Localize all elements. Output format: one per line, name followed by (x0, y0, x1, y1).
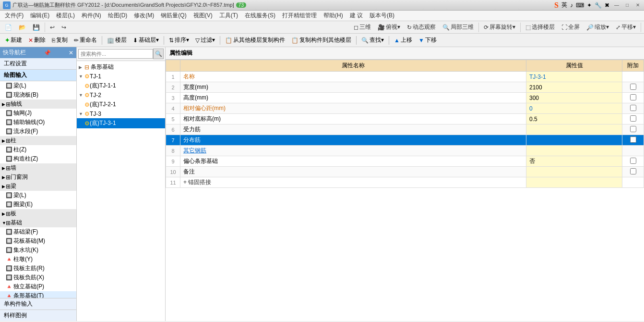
copy-from-btn[interactable]: 📋 从其他楼层复制构件 (222, 35, 288, 46)
new-file-btn[interactable]: 📄 (2, 23, 15, 32)
tree-item-tj2[interactable]: ▼ ⚙ TJ-2 (77, 91, 165, 99)
sidebar-item-strip-t[interactable]: 🔺 条形基础(T) (0, 291, 76, 298)
attach-checkbox[interactable] (630, 84, 636, 90)
redo-btn[interactable]: ↪ (59, 23, 69, 32)
sidebar-item-grid-j[interactable]: 🔲 轴网(J) (0, 109, 76, 118)
prop-attach[interactable] (622, 103, 644, 114)
screen-rotate-btn[interactable]: ⟳ 屏幕旋转▾ (481, 22, 518, 33)
prop-attach[interactable] (622, 93, 644, 103)
sidebar-item-axis[interactable]: ▶ ⊞ 轴线 (0, 99, 76, 109)
prop-value[interactable]: 否 (526, 156, 622, 167)
tree-item-tj3[interactable]: ▼ ⚙ TJ-3 (77, 110, 165, 118)
sidebar-item-column[interactable]: ▶ ⊞ 柱 (0, 136, 76, 145)
table-row[interactable]: 1名称TJ-3-1 (166, 72, 644, 82)
sidebar-section-setup[interactable]: 工程设置 (0, 58, 76, 70)
sidebar-item-isolated-p[interactable]: 🔺 独立基础(P) (0, 282, 76, 291)
attach-checkbox[interactable] (630, 158, 636, 164)
tree-item-tj2-1[interactable]: ⚙ (底)TJ-2-1 (77, 99, 165, 110)
move-up-btn[interactable]: ▲ 上移 (391, 35, 415, 46)
attach-checkbox[interactable] (630, 94, 636, 100)
sidebar-section-draw[interactable]: 绘图输入 (0, 70, 76, 81)
sidebar-item-beam-group[interactable]: ▶ ⊞ 梁 (0, 182, 76, 191)
tree-item-tj1-1[interactable]: ⚙ (底)TJ-1-1 (77, 81, 165, 91)
prop-value[interactable] (526, 146, 622, 156)
menu-edit[interactable]: 编辑(E) (27, 11, 52, 21)
sidebar-pin-icon[interactable]: 📌 (44, 50, 51, 56)
menu-modify[interactable]: 修改(M) (131, 11, 157, 21)
rename-btn[interactable]: ✏ 重命名 (71, 35, 100, 46)
table-row[interactable]: 4相对偏心距(mm)0 (166, 103, 644, 114)
attach-checkbox[interactable] (630, 168, 636, 174)
sidebar-item-slab[interactable]: ▶ ⊞ 板 (0, 209, 76, 218)
sidebar-item-door-window[interactable]: ▶ ⊞ 门窗洞 (0, 173, 76, 182)
flatten-btn[interactable]: ⤢ 平移▾ (613, 22, 639, 33)
search-component-btn[interactable]: 🔍 查找▾ (358, 35, 387, 46)
prop-value[interactable]: 2100 (526, 82, 622, 93)
open-file-btn[interactable]: 📂 (16, 23, 29, 32)
undo-btn[interactable]: ↩ (47, 23, 58, 32)
new-component-btn[interactable]: ✦ 新建 (2, 35, 25, 46)
prop-attach[interactable] (622, 114, 644, 124)
prop-value[interactable]: 0.5 (526, 114, 622, 124)
view-3d-btn[interactable]: ◻ 三维 (351, 22, 374, 33)
floor-btn[interactable]: 🏢 楼层 (104, 35, 130, 46)
sidebar-item-wall[interactable]: ▶ ⊞ 墙 (0, 163, 76, 173)
search-input[interactable] (78, 49, 153, 59)
table-row[interactable]: 5相对底标高(m)0.5 (166, 114, 644, 124)
sidebar-item-slab-b[interactable]: 🔲 现浇板(B) (0, 90, 76, 99)
sidebar-item-aux-axis[interactable]: 🔲 辅助轴线(O) (0, 118, 76, 127)
menu-help[interactable]: 帮助(H) (321, 11, 346, 21)
menu-view[interactable]: 视图(V) (191, 11, 215, 21)
table-row[interactable]: 6受力筋 (166, 124, 644, 135)
prop-value[interactable]: 0 (526, 103, 622, 114)
prop-value[interactable] (526, 177, 622, 188)
attach-checkbox[interactable] (630, 126, 636, 132)
minimize-button[interactable]: — (613, 2, 620, 9)
menu-draw[interactable]: 绘图(D) (105, 11, 131, 21)
sort-btn[interactable]: ⇅ 排序▾ (166, 35, 192, 46)
dynamic-obs-btn[interactable]: ↻ 动态观察 (404, 22, 439, 33)
sidebar-item-raft-x[interactable]: 🔲 筏板负筋(X) (0, 273, 76, 282)
sidebar-item-foundation[interactable]: ▼ ⊞ 基础 (0, 218, 76, 227)
sidebar-item-beam-l[interactable]: 🔲 梁(L) (0, 81, 76, 90)
table-row[interactable]: 10备注 (166, 167, 644, 177)
menu-version[interactable]: 版本号(B) (367, 11, 397, 21)
prop-attach[interactable] (622, 135, 644, 146)
table-row[interactable]: 2宽度(mm)2100 (166, 82, 644, 93)
menu-open-group[interactable]: 打开精组管理 (279, 11, 320, 21)
table-row[interactable]: 8其它钢筋 (166, 146, 644, 156)
filter-btn[interactable]: ▽ 过滤▾ (192, 35, 218, 46)
move-down-btn[interactable]: ▼ 下移 (416, 35, 440, 46)
sidebar-item-col-z[interactable]: 🔲 柱(Z) (0, 145, 76, 154)
local-view-btn[interactable]: 🔍 局部三维 (440, 22, 477, 33)
tree-root[interactable]: ▶ ⊟ 条形基础 (77, 62, 165, 72)
sidebar-item-col-cap[interactable]: 🔺 柱墩(Y) (0, 255, 76, 264)
prop-value[interactable] (526, 135, 622, 146)
tree-item-tj1[interactable]: ▼ ⚙ TJ-1 (77, 72, 165, 81)
prop-attach[interactable] (622, 124, 644, 135)
tree-item-tj3-1[interactable]: ⚙ (底)TJ-3-1 (77, 118, 165, 128)
prop-value[interactable] (526, 124, 622, 135)
sidebar-item-beam2[interactable]: 🔲 梁(L) (0, 191, 76, 200)
sidebar-item-pit-k[interactable]: 🔲 集水坑(K) (0, 246, 76, 255)
copy-btn[interactable]: ⎘ 复制 (49, 35, 71, 46)
menu-online[interactable]: 在线服务(S) (242, 11, 278, 21)
table-row[interactable]: 9偏心条形基础否 (166, 156, 644, 167)
menu-tools[interactable]: 工具(T) (216, 11, 241, 21)
prop-value[interactable]: TJ-3-1 (526, 72, 622, 82)
menu-suggest[interactable]: 建 议 (347, 11, 366, 21)
menu-file[interactable]: 文件(F) (2, 11, 26, 21)
sidebar-item-raft-m[interactable]: 🔲 花板基础(M) (0, 236, 76, 246)
delete-btn[interactable]: ✕ 删除 (25, 35, 48, 46)
sidebar-footer-sample[interactable]: 料样图例 (0, 310, 76, 321)
menu-rebar[interactable]: 钢筋量(Q) (158, 11, 189, 21)
view-plan-btn[interactable]: 🎥 俯视▾ (375, 22, 403, 33)
table-row[interactable]: 11+ 锚固搭接 (166, 177, 644, 188)
search-button[interactable]: 🔍 (153, 49, 164, 59)
maximize-button[interactable]: □ (624, 2, 631, 9)
fullscreen-btn[interactable]: ⛶ 全屏 (559, 22, 583, 33)
sidebar-item-ring-beam[interactable]: 🔲 圈梁(E) (0, 200, 76, 209)
select-layer-btn[interactable]: ⬚ 选择楼层 (523, 22, 558, 33)
sidebar-item-raft-r[interactable]: 🔲 筏板主筋(R) (0, 264, 76, 273)
zoom-btn[interactable]: 🔎 缩放▾ (584, 22, 612, 33)
